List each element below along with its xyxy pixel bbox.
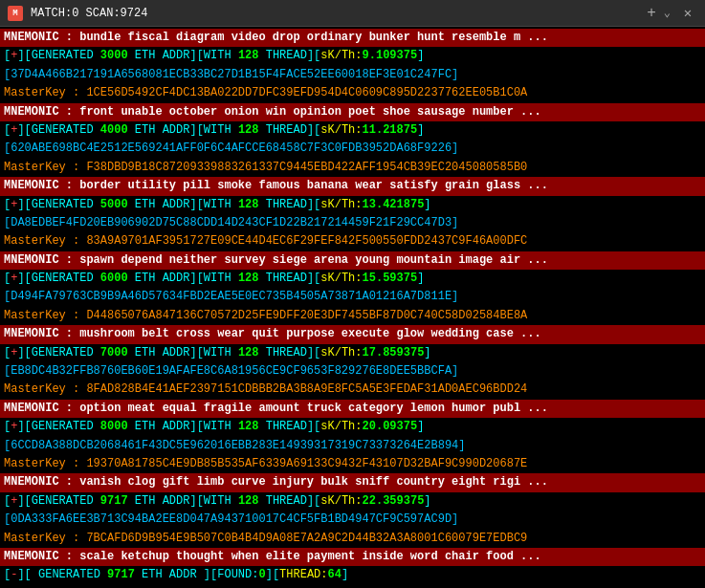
- terminal-line: MNEMONIC : vanish clog gift limb curve i…: [0, 473, 705, 491]
- terminal-line: MNEMONIC : border utility pill smoke fam…: [0, 177, 705, 195]
- tab-menu-chevron[interactable]: ⌄: [664, 6, 671, 20]
- terminal-line: [+][GENERATED 4000 ETH ADDR][WITH 128 TH…: [0, 121, 705, 140]
- new-tab-button[interactable]: +: [647, 5, 656, 22]
- title-text: MATCH:0 SCAN:9724: [31, 7, 639, 20]
- terminal-line: [+][GENERATED 7000 ETH ADDR][WITH 128 TH…: [0, 344, 705, 362]
- terminal-line: MNEMONIC : front unable october onion wi…: [0, 103, 705, 121]
- terminal-line: [DA8EDBEF4FD20EB906902D75C88CDD14D243CF1…: [0, 214, 705, 232]
- terminal-line: [620ABE698BC4E2512E569241AFF0F6C4AFCCE68…: [0, 140, 705, 158]
- terminal-line: MNEMONIC : mushroom belt cross wear quit…: [0, 325, 705, 343]
- terminal-line: MNEMONIC : spawn depend neither survey s…: [0, 251, 705, 270]
- close-button[interactable]: ✕: [678, 5, 697, 21]
- terminal-line: MasterKey : D44865076A847136C70572D25FE9…: [0, 307, 705, 325]
- app-icon: M: [8, 6, 23, 21]
- terminal-line: [EB8DC4B32FFB8760EB60E19AFAFE8C6A81956CE…: [0, 362, 705, 381]
- terminal-line: [0DA333FA6EE3B713C94BA2EE8D047A943710017…: [0, 511, 705, 529]
- terminal-line: [37D4A466B217191A6568081ECB33BC27D1B15F4…: [0, 66, 705, 84]
- terminal-line: MNEMONIC : scale ketchup thought when el…: [0, 548, 705, 566]
- footer-status: [-][ GENERATED 9717 ETH ADDR ][FOUND:0][…: [0, 566, 705, 584]
- terminal-line: MNEMONIC : option meat equal fragile amo…: [0, 400, 705, 418]
- terminal-line: [+][GENERATED 8000 ETH ADDR][WITH 128 TH…: [0, 418, 705, 436]
- title-bar: M MATCH:0 SCAN:9724 + ⌄ ✕: [0, 0, 705, 27]
- terminal-line: MasterKey : F38DBD9B18C87209339883261337…: [0, 159, 705, 177]
- terminal-line: [+][GENERATED 6000 ETH ADDR][WITH 128 TH…: [0, 270, 705, 288]
- terminal-line: [+][GENERATED 9717 ETH ADDR][WITH 128 TH…: [0, 492, 705, 511]
- terminal-line: MasterKey : 8FAD828B4E41AEF2397151CDBBB2…: [0, 381, 705, 399]
- terminal-line: MNEMONIC : bundle fiscal diagram video d…: [0, 29, 705, 47]
- terminal-line: MasterKey : 1CE56D5492CF4DC13BA022DD7DFC…: [0, 84, 705, 102]
- terminal-line: MasterKey : 7BCAFD6D9B954E9B507C0B4B4D9A…: [0, 530, 705, 548]
- terminal-line: [6CCD8A388DCB2068461F43DC5E962016EBB283E…: [0, 437, 705, 455]
- terminal-line: [D494FA79763CB9B9A46D57634FBD2EAE5E0EC73…: [0, 288, 705, 306]
- terminal-line: MasterKey : 19370A81785C4E9DB85B535AF633…: [0, 455, 705, 473]
- terminal-line: [+][GENERATED 5000 ETH ADDR][WITH 128 TH…: [0, 196, 705, 214]
- terminal-line: [+][GENERATED 3000 ETH ADDR][WITH 128 TH…: [0, 47, 705, 65]
- terminal-line: MasterKey : 83A9A9701AF3951727E09CE44D4E…: [0, 232, 705, 250]
- main-content: MNEMONIC : bundle fiscal diagram video d…: [0, 27, 705, 588]
